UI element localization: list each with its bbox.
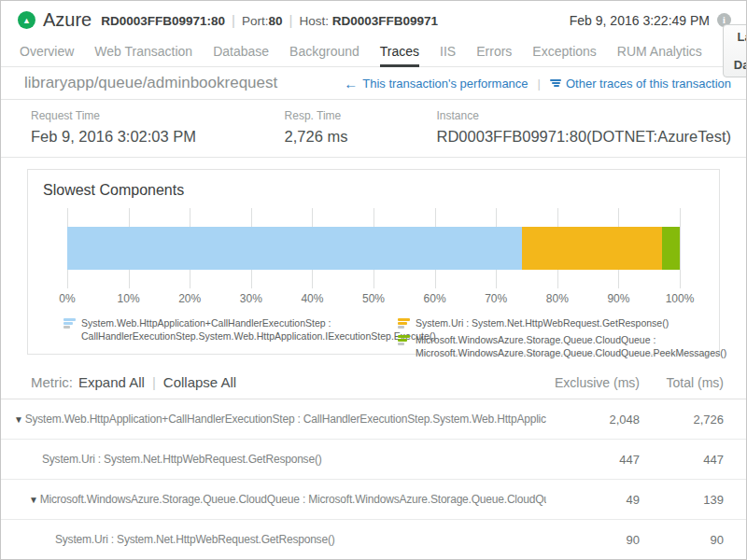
host-value: RD0003FFB09971 (332, 14, 438, 28)
port-value: 80 (269, 14, 283, 28)
field-value: 2,726 ms (285, 128, 437, 146)
tab-errors[interactable]: Errors (476, 36, 512, 66)
arrow-up-icon: ▲ (22, 16, 31, 25)
metric-table-header: Metric: Expand All | Collapse All Exclus… (1, 366, 746, 399)
app-header: ▲ Azure RD0003FFB09971:80|Port:80|Host: … (1, 1, 746, 36)
link-other-traces[interactable]: Other traces of this transaction (550, 77, 731, 91)
x-tick-label: 40% (301, 292, 323, 305)
transaction-bar: libraryapp/queue/adminbookrequest ← This… (1, 67, 746, 100)
x-tick-label: 30% (240, 292, 262, 305)
tab-traces[interactable]: Traces (380, 36, 419, 67)
chart-x-axis: 0%10%20%30%40%50%60%70%80%90%100% (67, 292, 680, 305)
summary-request-time: Request Time Feb 9, 2016 3:02:03 PM (31, 109, 285, 146)
collapse-caret-icon[interactable]: ▼ (14, 414, 23, 425)
separator: | (152, 374, 156, 390)
table-row[interactable]: System.Uri : System.Net.HttpWebRequest.G… (1, 440, 746, 480)
slowest-components-panel: Slowest Components 0%10%20%30%40%50%60%7… (27, 169, 720, 355)
x-tick-label: 0% (59, 292, 75, 305)
arrow-left-icon: ← (344, 76, 358, 91)
link-transaction-performance[interactable]: ← This transaction's performance (344, 76, 528, 91)
expand-all-link[interactable]: Expand All (78, 374, 145, 390)
x-tick-label: 70% (485, 292, 507, 305)
legend-label: Microsoft.WindowsAzure.Storage.Queue.Clo… (416, 333, 726, 359)
trace-summary: Request Time Feb 9, 2016 3:02:03 PM Resp… (1, 100, 746, 158)
separator: | (289, 12, 293, 28)
tab-database[interactable]: Database (213, 36, 269, 66)
transaction-name: libraryapp/queue/adminbookrequest (24, 74, 277, 92)
port-label: Port: (242, 14, 269, 28)
host-label: Host: (299, 14, 329, 28)
x-tick-label: 80% (546, 292, 569, 305)
legend-swatch-icon (398, 335, 410, 359)
total-ms: 447 (640, 453, 724, 467)
collapse-all-link[interactable]: Collapse All (163, 374, 236, 390)
app-window: ▲ Azure RD0003FFB09971:80|Port:80|Host: … (0, 0, 747, 560)
field-label: Instance (437, 109, 731, 122)
summary-instance: Instance RD0003FFB09971:80(DOTNET:AzureT… (437, 109, 731, 146)
field-label: Resp. Time (285, 109, 437, 122)
field-value: RD0003FFB09971:80(DOTNET:AzureTest) (437, 128, 731, 146)
nav-tabs: Overview Web Transaction Database Backgr… (1, 36, 746, 67)
x-tick-label: 100% (666, 292, 695, 305)
bar-segment-3 (662, 227, 680, 270)
x-tick-label: 10% (118, 292, 140, 305)
metric-name: System.Web.HttpApplication+CallHandlerEx… (25, 413, 546, 426)
tab-rum-analytics[interactable]: RUM Analytics (617, 36, 702, 66)
field-label: Request Time (31, 109, 285, 122)
time-range-picker[interactable]: Last 1 Day▾ (723, 24, 747, 77)
stacked-bar (67, 227, 680, 270)
app-name: Azure (43, 9, 92, 31)
column-header-exclusive: Exclusive (ms) (546, 375, 640, 390)
tab-web-transaction[interactable]: Web Transaction (94, 36, 192, 66)
legend-label: System.Web.HttpApplication+CallHandlerEx… (81, 316, 436, 343)
trace-list-icon (550, 79, 561, 87)
app-meta: RD0003FFB09971:80|Port:80|Host: RD0003FF… (101, 12, 438, 28)
exclusive-ms: 90 (546, 533, 640, 547)
legend-item: Microsoft.WindowsAzure.Storage.Queue.Clo… (398, 333, 726, 359)
legend-item: System.Uri : System.Net.HttpWebRequest.G… (398, 316, 726, 329)
column-header-total: Total (ms) (640, 375, 724, 390)
gridline (680, 208, 681, 288)
tab-iis[interactable]: IIS (440, 36, 456, 66)
field-value: Feb 9, 2016 3:02:03 PM (31, 128, 285, 146)
summary-response-time: Resp. Time 2,726 ms (285, 109, 437, 146)
exclusive-ms: 49 (546, 493, 640, 507)
legend-swatch-icon (63, 318, 76, 343)
current-timestamp: Feb 9, 2016 3:22:49 PM (570, 13, 710, 28)
exclusive-ms: 2,048 (546, 413, 640, 427)
table-row[interactable]: System.Uri : System.Net.HttpWebRequest.G… (1, 520, 746, 560)
legend-item: System.Web.HttpApplication+CallHandlerEx… (63, 316, 381, 343)
bar-segment-2 (522, 227, 662, 270)
metric-name: System.Uri : System.Net.HttpWebRequest.G… (55, 533, 335, 546)
instance-name: RD0003FFB09971:80 (101, 14, 225, 28)
chart-legend: System.Web.HttpApplication+CallHandlerEx… (43, 316, 704, 360)
x-tick-label: 20% (178, 292, 201, 305)
table-row[interactable]: ▼Microsoft.WindowsAzure.Storage.Queue.Cl… (1, 480, 746, 520)
table-row[interactable]: ▼System.Web.HttpApplication+CallHandlerE… (1, 399, 746, 440)
legend-label: System.Uri : System.Net.HttpWebRequest.G… (416, 316, 669, 329)
chart-plot: 0%10%20%30%40%50%60%70%80%90%100% (67, 208, 680, 305)
total-ms: 2,726 (640, 413, 724, 427)
app-health-status-icon: ▲ (18, 11, 35, 29)
tab-background[interactable]: Background (289, 36, 359, 66)
tab-overview[interactable]: Overview (20, 36, 74, 66)
x-tick-label: 50% (362, 292, 385, 305)
separator: | (232, 12, 235, 28)
tab-exceptions[interactable]: Exceptions (532, 36, 596, 66)
bar-segment-1 (67, 227, 522, 270)
separator: | (538, 77, 541, 91)
total-ms: 139 (640, 493, 724, 507)
x-tick-label: 90% (607, 292, 629, 305)
metric-label: Metric: (31, 374, 73, 390)
exclusive-ms: 447 (546, 453, 640, 467)
collapse-caret-icon[interactable]: ▼ (29, 495, 38, 505)
x-tick-label: 60% (424, 292, 446, 305)
chart-title: Slowest Components (43, 182, 704, 199)
legend-swatch-icon (398, 318, 410, 329)
metric-name: Microsoft.WindowsAzure.Storage.Queue.Clo… (40, 493, 546, 506)
metric-name: System.Uri : System.Net.HttpWebRequest.G… (42, 453, 322, 466)
total-ms: 90 (640, 533, 724, 547)
